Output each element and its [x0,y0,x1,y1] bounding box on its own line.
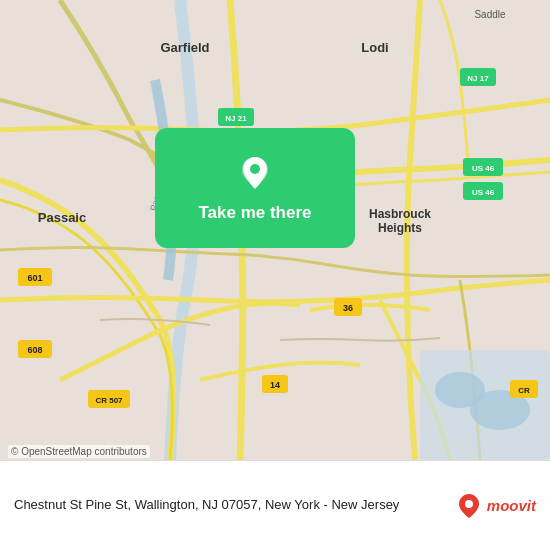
action-card[interactable]: Take me there [155,128,355,248]
svg-text:NJ 17: NJ 17 [467,74,489,83]
svg-text:Saddle: Saddle [474,9,506,20]
svg-text:608: 608 [27,345,42,355]
svg-text:Lodi: Lodi [361,40,388,55]
svg-text:CR 507: CR 507 [95,396,123,405]
svg-point-32 [250,164,260,174]
location-pin-icon [235,153,275,193]
map-container: 601 NJ 21 NJ 17 US 46 US 46 608 CR 507 3… [0,0,550,550]
svg-text:NJ 21: NJ 21 [225,114,247,123]
svg-text:Hasbrouck: Hasbrouck [369,207,431,221]
svg-text:14: 14 [270,380,280,390]
svg-text:CR: CR [518,386,530,395]
svg-text:36: 36 [343,303,353,313]
copyright-notice: © OpenStreetMap contributors [8,445,150,458]
svg-text:US 46: US 46 [472,188,495,197]
svg-text:Garfield: Garfield [160,40,209,55]
moovit-brand-name: moovit [487,497,536,514]
address-text: Chestnut St Pine St, Wallington, NJ 0705… [14,496,455,514]
svg-text:Heights: Heights [378,221,422,235]
svg-point-33 [465,500,473,508]
moovit-logo: moovit [455,492,536,520]
svg-text:601: 601 [27,273,42,283]
svg-text:US 46: US 46 [472,164,495,173]
bottom-info-bar: Chestnut St Pine St, Wallington, NJ 0705… [0,460,550,550]
svg-text:Passaic: Passaic [38,210,86,225]
take-me-there-button-label: Take me there [198,203,311,223]
moovit-icon [455,492,483,520]
